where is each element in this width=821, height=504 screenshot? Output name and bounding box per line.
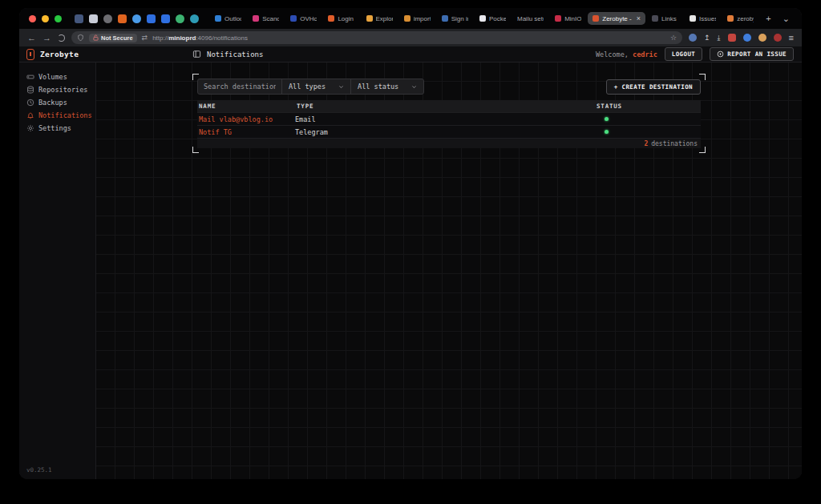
- extension-icon[interactable]: [758, 34, 766, 42]
- tab-label: Mailu setup: [517, 15, 544, 22]
- zoom-window-button[interactable]: [55, 15, 62, 22]
- tab-scanopy[interactable]: Scanopy: [248, 13, 284, 25]
- tab-mailu-setup[interactable]: Mailu setup: [512, 13, 548, 25]
- table-row[interactable]: Notif TG Telegram: [197, 125, 701, 138]
- sidebar-item-label: Settings: [38, 124, 71, 132]
- tab-favicon: [253, 15, 259, 22]
- tab-label: import.http | C: [414, 15, 431, 22]
- browser-menu-icon[interactable]: ≡: [789, 33, 794, 42]
- tab-minio-aistor[interactable]: MinIO AiStor: [550, 13, 586, 25]
- tab-pocket-id[interactable]: Pocket ID - Si: [475, 13, 511, 25]
- swap-icon[interactable]: ⇄: [142, 34, 148, 42]
- logout-button[interactable]: LOGOUT: [665, 47, 703, 61]
- table-row[interactable]: Mail vlab@vblog.io Email: [197, 112, 701, 125]
- tab-links-vlab[interactable]: Links - vLab: [647, 13, 683, 25]
- tab-github-issues[interactable]: Issues · nicol: [685, 13, 721, 25]
- chevron-down-icon: [338, 84, 344, 90]
- pinned-tab-icon[interactable]: [147, 14, 156, 23]
- extension-icon[interactable]: [689, 34, 697, 42]
- bookmark-star-icon[interactable]: ☆: [670, 34, 677, 42]
- filter-group: All types All status: [197, 79, 424, 95]
- brand[interactable]: Zerobyte: [19, 49, 79, 60]
- back-button[interactable]: ←: [27, 34, 36, 42]
- welcome-text: Welcome, cedric: [596, 50, 657, 58]
- reload-button[interactable]: [58, 34, 65, 42]
- new-tab-button[interactable]: +: [762, 14, 774, 23]
- pinned-tab-icon[interactable]: [103, 14, 112, 23]
- sidebar-item-notifications[interactable]: Notifications: [26, 109, 95, 122]
- close-window-button[interactable]: [29, 15, 36, 22]
- share-icon[interactable]: ↥: [704, 34, 710, 42]
- sidebar-item-repositories[interactable]: Repositories: [26, 83, 95, 96]
- tab-label: zerobyte app: [737, 15, 754, 22]
- tab-favicon: [404, 15, 410, 22]
- tab-outlook[interactable]: Outlook: [210, 13, 246, 25]
- forward-button[interactable]: →: [42, 34, 51, 42]
- zerobyte-app: Zerobyte Notifications Welcome, cedric L…: [19, 46, 802, 479]
- tab-sign-in[interactable]: Sign in to Ma: [437, 13, 473, 25]
- tab-favicon: [727, 15, 734, 22]
- status-dot: [605, 130, 609, 134]
- url-text[interactable]: http://minioprd:4096/notifications: [152, 34, 248, 42]
- page-title: Notifications: [192, 50, 263, 58]
- chevron-down-icon: [411, 84, 417, 90]
- address-bar[interactable]: Not Secure ⇄ http://minioprd:4096/notifi…: [71, 31, 682, 44]
- panel-corner: [699, 147, 706, 153]
- destination-count: 2: [644, 140, 648, 147]
- tab-explore-loki[interactable]: Explore - loki: [362, 13, 398, 25]
- column-header-status: STATUS: [595, 103, 701, 110]
- tab-label: Issues · nicol: [699, 15, 716, 22]
- username: cedric: [633, 50, 657, 58]
- download-icon[interactable]: ⤓: [718, 34, 721, 42]
- pinned-tab-icon[interactable]: [176, 14, 184, 23]
- extension-icon[interactable]: [728, 34, 736, 42]
- pinned-tab-icon[interactable]: [75, 14, 83, 23]
- tab-label: Pocket ID - Si: [489, 15, 506, 22]
- create-destination-button[interactable]: + CREATE DESTINATION: [606, 79, 701, 95]
- header-actions: Welcome, cedric LOGOUT REPORT AN ISSUE: [596, 47, 802, 61]
- tab-ovhcloud[interactable]: OVHcloud: [285, 13, 322, 25]
- pinned-tab-icon[interactable]: [89, 14, 98, 23]
- report-issue-button[interactable]: REPORT AN ISSUE: [710, 47, 794, 61]
- brand-name: Zerobyte: [40, 50, 79, 58]
- type-filter-select[interactable]: All types: [282, 79, 350, 94]
- status-filter-select[interactable]: All status: [351, 79, 423, 94]
- tab-favicon: [652, 15, 658, 22]
- tab-zerobyte-app[interactable]: zerobyte app: [722, 13, 758, 25]
- sidebar-item-settings[interactable]: Settings: [26, 122, 95, 135]
- pinned-tab-icon[interactable]: [132, 14, 141, 23]
- extension-icons: ↥ ⤓ ≡: [689, 33, 794, 42]
- sidebar-item-backups[interactable]: Backups: [26, 96, 95, 109]
- pinned-tabs: [75, 14, 199, 23]
- tab-opnsense-login[interactable]: Login | OPNs: [323, 13, 359, 25]
- pinned-tab-icon[interactable]: [161, 14, 170, 23]
- window-controls: [29, 15, 62, 22]
- destination-name[interactable]: Mail vlab@vblog.io: [197, 115, 295, 123]
- tab-overflow-button[interactable]: ⌄: [779, 14, 794, 24]
- extension-icon[interactable]: [743, 34, 751, 42]
- destination-type: Telegram: [295, 128, 595, 136]
- tab-label: Sign in to Ma: [451, 15, 468, 22]
- gear-icon: [26, 124, 34, 132]
- panel-corner: [192, 74, 199, 80]
- destinations-toolbar: All types All status + CREATE DESTINATIO…: [197, 79, 701, 95]
- search-input[interactable]: [198, 79, 281, 94]
- pinned-tab-icon[interactable]: [118, 14, 127, 23]
- destination-name[interactable]: Notif TG: [197, 128, 295, 136]
- column-header-type: TYPE: [295, 103, 595, 110]
- extension-icon[interactable]: [774, 34, 782, 42]
- tab-import-http[interactable]: import.http | C: [399, 13, 435, 25]
- tab-favicon: [215, 15, 221, 22]
- tab-zerobyte-active[interactable]: Zerobyte -×: [588, 12, 645, 25]
- pinned-tab-icon[interactable]: [190, 14, 199, 23]
- tab-label: Outlook: [224, 15, 241, 22]
- sidebar-item-label: Volumes: [38, 73, 67, 81]
- not-secure-badge[interactable]: Not Secure: [89, 34, 137, 42]
- table-header-row: NAME TYPE STATUS: [197, 100, 701, 112]
- tab-close-icon[interactable]: ×: [637, 14, 641, 22]
- browser-toolbar: ← → Not Secure ⇄ http://minioprd:4096/no…: [19, 29, 802, 46]
- shield-icon[interactable]: [77, 34, 84, 42]
- main-content: All types All status + CREATE DESTINATIO…: [96, 62, 802, 479]
- minimize-window-button[interactable]: [42, 15, 49, 22]
- sidebar-item-volumes[interactable]: Volumes: [26, 71, 95, 83]
